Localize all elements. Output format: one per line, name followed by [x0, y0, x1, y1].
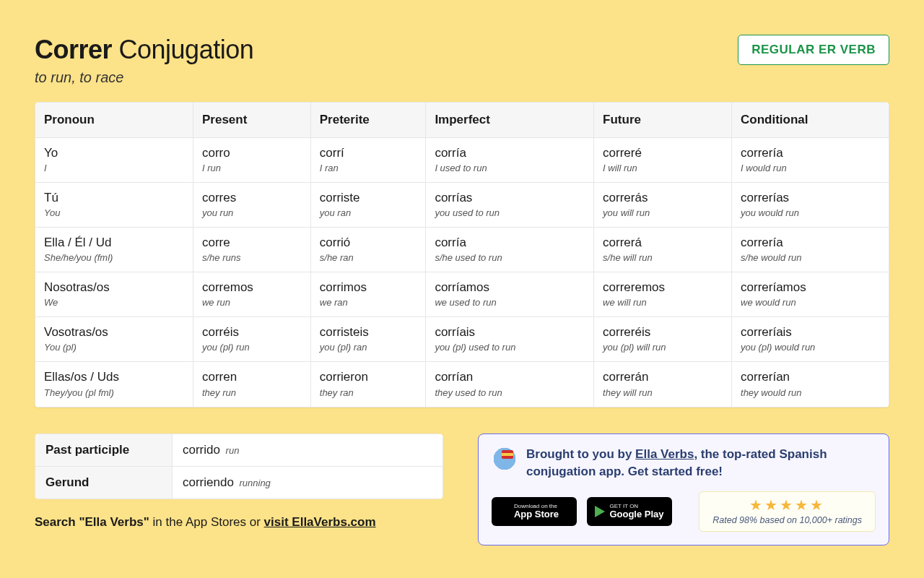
- google-play-badge[interactable]: GET IT ON Google Play: [587, 497, 672, 526]
- conjugation-cell: corristeyou ran: [310, 183, 426, 228]
- pronoun-cell: Ella / Él / UdShe/he/you (fml): [35, 228, 193, 272]
- search-hint-mid: in the App Stores or: [149, 515, 264, 529]
- conjugation-cell: correríaisyou (pl) would run: [732, 317, 889, 362]
- verb-name: Correr: [35, 35, 112, 64]
- conjugation-cell: correrás/he will run: [594, 228, 732, 272]
- table-row: YoIcorroI runcorríI rancorríaI used to r…: [35, 138, 889, 183]
- app-icon: [492, 446, 518, 472]
- conjugation-cell: correréI will run: [594, 138, 732, 183]
- conjugation-cell: correríamoswe would run: [732, 272, 889, 317]
- column-header: Present: [193, 103, 310, 138]
- participle-value: corriendo running: [173, 466, 443, 499]
- star-icons: ★★★★★: [712, 496, 862, 514]
- column-header: Preterite: [310, 103, 426, 138]
- pronoun-cell: TúYou: [35, 183, 193, 228]
- promo-text: Brought to you by Ella Verbs, the top-ra…: [526, 446, 876, 481]
- table-row: TúYoucorresyou runcorristeyou rancorrías…: [35, 183, 889, 228]
- conjugation-cell: corrimoswe ran: [310, 272, 426, 317]
- conjugation-cell: corríasyou used to run: [426, 183, 594, 228]
- column-header: Pronoun: [35, 103, 193, 138]
- column-header: Imperfect: [426, 103, 594, 138]
- conjugation-cell: corríaI used to run: [426, 138, 594, 183]
- conjugation-cell: correríaI would run: [732, 138, 889, 183]
- conjugation-cell: corresyou run: [193, 183, 310, 228]
- participle-row: Gerundcorriendo running: [35, 466, 443, 499]
- conjugation-cell: corríamoswe used to run: [426, 272, 594, 317]
- participle-label: Past participle: [35, 434, 173, 466]
- conjugation-cell: corriós/he ran: [310, 228, 426, 272]
- participle-label: Gerund: [35, 466, 173, 499]
- ellaverbs-link[interactable]: visit EllaVerbs.com: [264, 515, 376, 529]
- conjugation-cell: corres/he runs: [193, 228, 310, 272]
- conjugation-cell: correremoswe will run: [594, 272, 732, 317]
- conjugation-cell: correríasyou would run: [732, 183, 889, 228]
- conjugation-cell: corríanthey used to run: [426, 362, 594, 407]
- conjugation-cell: corrieronthey ran: [310, 362, 426, 407]
- promo-box: Brought to you by Ella Verbs, the top-ra…: [478, 434, 889, 545]
- conjugation-cell: corroI run: [193, 138, 310, 183]
- search-hint: Search "Ella Verbs" in the App Stores or…: [35, 515, 443, 530]
- ella-verbs-link[interactable]: Ella Verbs: [635, 447, 694, 461]
- conjugation-cell: correránthey will run: [594, 362, 732, 407]
- conjugation-cell: corristeisyou (pl) ran: [310, 317, 426, 362]
- pronoun-cell: YoI: [35, 138, 193, 183]
- conjugation-cell: corríaisyou (pl) used to run: [426, 317, 594, 362]
- participle-table: Past participlecorrido runGerundcorriend…: [35, 434, 443, 499]
- pronoun-cell: Nosotras/osWe: [35, 272, 193, 317]
- column-header: Future: [594, 103, 732, 138]
- conjugation-cell: correrías/he would run: [732, 228, 889, 272]
- search-hint-bold: Search "Ella Verbs": [35, 515, 149, 529]
- conjugation-cell: corríI ran: [310, 138, 426, 183]
- conjugation-cell: correríanthey would run: [732, 362, 889, 407]
- table-row: Ellas/os / UdsThey/you (pl fml)correnthe…: [35, 362, 889, 407]
- title-rest: Conjugation: [112, 35, 253, 64]
- verb-type-badge: REGULAR ER VERB: [738, 35, 889, 65]
- rating-text: Rated 98% based on 10,000+ ratings: [712, 515, 862, 525]
- play-icon: [595, 506, 605, 517]
- conjugation-cell: correnthey run: [193, 362, 310, 407]
- conjugation-cell: correrásyou will run: [594, 183, 732, 228]
- participle-value: corrido run: [173, 434, 443, 466]
- table-row: Nosotras/osWecorremoswe runcorrimoswe ra…: [35, 272, 889, 317]
- conjugation-table: PronounPresentPreteriteImperfectFutureCo…: [35, 102, 889, 407]
- conjugation-cell: corréisyou (pl) run: [193, 317, 310, 362]
- conjugation-cell: correréisyou (pl) will run: [594, 317, 732, 362]
- column-header: Conditional: [732, 103, 889, 138]
- rating-box: ★★★★★ Rated 98% based on 10,000+ ratings: [699, 491, 876, 532]
- page-title: Correr Conjugation: [35, 35, 253, 65]
- conjugation-cell: corrías/he used to run: [426, 228, 594, 272]
- app-store-badge[interactable]: Download on the App Store: [492, 497, 577, 526]
- participle-row: Past participlecorrido run: [35, 434, 443, 466]
- table-row: Vosotras/osYou (pl)corréisyou (pl) runco…: [35, 317, 889, 362]
- table-row: Ella / Él / UdShe/he/you (fml)corres/he …: [35, 228, 889, 272]
- verb-translation: to run, to race: [35, 69, 253, 86]
- pronoun-cell: Ellas/os / UdsThey/you (pl fml): [35, 362, 193, 407]
- pronoun-cell: Vosotras/osYou (pl): [35, 317, 193, 362]
- conjugation-cell: corremoswe run: [193, 272, 310, 317]
